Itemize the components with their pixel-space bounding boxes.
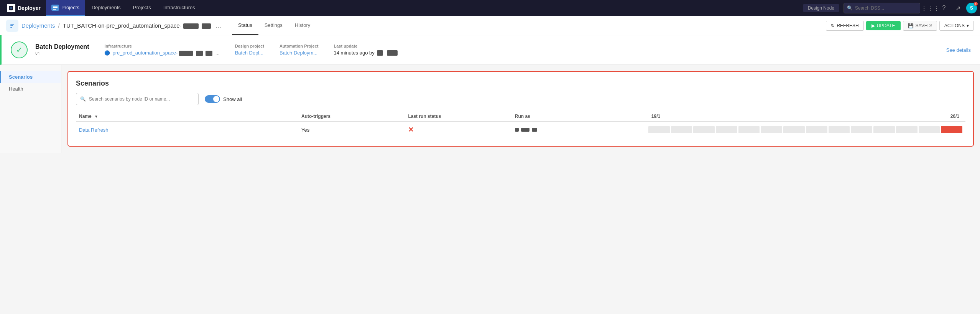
actions-button[interactable]: ACTIONS ▾ <box>939 21 974 31</box>
run-as-cell <box>512 122 645 138</box>
col-header-status[interactable]: Last run status <box>405 111 511 122</box>
date-label-2: 26/1 <box>950 114 959 119</box>
col-header-name[interactable]: Name ▼ <box>76 111 298 122</box>
col-header-triggers[interactable]: Auto-triggers <box>298 111 405 122</box>
status-circle: ✓ <box>11 41 28 58</box>
redacted-1 <box>183 23 199 29</box>
last-run-status-cell: ✕ <box>405 122 511 138</box>
chart-col-10 <box>851 126 872 133</box>
scenarios-search-icon: 🔍 <box>80 96 86 102</box>
automation-project-link[interactable]: Batch Deploym... <box>280 50 317 56</box>
svg-rect-4 <box>10 24 14 25</box>
breadcrumb-current: TUT_BATCH-on-pre_prod_automation_space- <box>63 22 211 29</box>
chart-col-9 <box>829 126 850 133</box>
nav-projects-link[interactable]: Projects <box>128 0 156 16</box>
avatar[interactable]: S 1 <box>966 3 977 13</box>
redacted-user-1 <box>377 50 383 56</box>
scenarios-table: Name ▼ Auto-triggers Last run status Run… <box>76 111 965 138</box>
content-area: Scenarios 🔍 Show all <box>61 65 980 153</box>
last-update-value: 14 minutes ago by <box>334 50 398 56</box>
scenarios-panel: Scenarios 🔍 Show all <box>67 71 974 147</box>
play-icon: ▶ <box>871 23 875 28</box>
chart-cell <box>645 122 965 138</box>
automation-project-meta: Automation Project Batch Deploym... <box>280 44 318 56</box>
global-search[interactable]: 🔍 <box>844 3 920 13</box>
redacted-infra-2 <box>196 51 203 56</box>
svg-rect-1 <box>53 7 58 8</box>
redacted-infra-3 <box>206 51 212 56</box>
automation-project-value: Batch Deploym... <box>280 50 318 56</box>
design-node-label: Design Node <box>803 4 839 12</box>
chart-col-6 <box>761 126 782 133</box>
nav-deployments[interactable]: Deployments <box>86 0 126 16</box>
run-block-3 <box>532 128 537 132</box>
chart-col-error <box>941 126 962 133</box>
grid-icon[interactable]: ⋮⋮⋮ <box>925 3 936 13</box>
col-header-runas[interactable]: Run as <box>512 111 645 122</box>
scenarios-search-input[interactable] <box>89 96 194 102</box>
deployment-icon <box>6 20 18 32</box>
chart-col-4 <box>716 126 737 133</box>
sidebar-item-scenarios[interactable]: Scenarios <box>0 71 61 83</box>
top-navigation: Deployer Projects Deployments Projects I… <box>0 0 980 16</box>
notification-badge: 1 <box>974 2 978 6</box>
notifications-icon[interactable]: ↗ <box>952 3 963 13</box>
infra-meta: Infrastructure 🔵 pre_prod_automation_spa… <box>104 44 219 56</box>
tab-navigation: Status Settings History <box>232 16 316 35</box>
error-icon: ✕ <box>408 126 414 134</box>
search-input[interactable] <box>855 5 917 11</box>
chart-col-3 <box>693 126 715 133</box>
deployment-header: ✓ Batch Deployment v1 Infrastructure 🔵 p… <box>0 35 980 65</box>
help-icon[interactable]: ? <box>939 3 949 13</box>
redacted-infra-1 <box>179 51 193 56</box>
sidebar-item-health[interactable]: Health <box>0 83 61 95</box>
scenario-link[interactable]: Data Refresh <box>79 127 109 133</box>
more-options-icon[interactable]: ... <box>215 21 221 30</box>
nav-projects[interactable]: Projects <box>46 0 85 16</box>
breadcrumb-separator: / <box>58 22 60 29</box>
refresh-button[interactable]: ↻ REFRESH <box>826 21 863 31</box>
show-all-toggle[interactable] <box>205 95 220 103</box>
deployment-title: Batch Deployment <box>35 43 89 50</box>
deployment-title-group: Batch Deployment v1 <box>35 43 89 56</box>
sidebar: Scenarios Health <box>0 65 61 153</box>
sort-arrow: ▼ <box>94 114 98 119</box>
chart-col-1 <box>648 126 670 133</box>
see-details-link[interactable]: See details <box>946 47 971 53</box>
breadcrumb-bar: Deployments / TUT_BATCH-on-pre_prod_auto… <box>0 16 980 35</box>
chart-col-5 <box>738 126 760 133</box>
app-logo[interactable]: Deployer <box>3 4 44 12</box>
save-icon: 💾 <box>908 23 914 28</box>
update-button[interactable]: ▶ UPDATE <box>866 21 901 30</box>
breadcrumb-deployments[interactable]: Deployments <box>21 22 55 29</box>
svg-rect-5 <box>10 25 13 26</box>
last-update-meta: Last update 14 minutes ago by <box>334 44 398 56</box>
design-project-link[interactable]: Batch Depl... <box>235 50 263 56</box>
saved-button[interactable]: 💾 SAVED! <box>903 21 937 31</box>
run-block-1 <box>515 128 519 132</box>
scenario-name-cell: Data Refresh <box>76 122 298 138</box>
tab-history[interactable]: History <box>289 16 316 35</box>
refresh-icon: ↻ <box>831 23 835 28</box>
last-update-label: Last update <box>334 44 398 48</box>
run-as-blocks <box>515 128 642 132</box>
tab-settings[interactable]: Settings <box>258 16 289 35</box>
chevron-down-icon: ▾ <box>967 23 969 28</box>
scenarios-search-box[interactable]: 🔍 <box>76 93 199 105</box>
search-icon: 🔍 <box>847 5 853 11</box>
auto-triggers-cell: Yes <box>298 122 405 138</box>
table-header-row: Name ▼ Auto-triggers Last run status Run… <box>76 111 965 122</box>
infra-value: 🔵 pre_prod_automation_space- ... <box>104 50 219 56</box>
nav-infrastructures[interactable]: Infrastructures <box>158 0 201 16</box>
chart-col-2 <box>671 126 692 133</box>
action-buttons: ↻ REFRESH ▶ UPDATE 💾 SAVED! ACTIONS ▾ <box>826 21 974 31</box>
date-label-1: 19/1 <box>651 114 660 119</box>
nav-icon-group: ⋮⋮⋮ ? ↗ S 1 <box>925 3 977 13</box>
logo-icon <box>7 4 15 12</box>
show-all-toggle-row: Show all <box>205 95 242 103</box>
scenarios-title: Scenarios <box>76 79 965 88</box>
app-name: Deployer <box>18 5 41 11</box>
infra-link[interactable]: pre_prod_automation_space- ... <box>112 50 219 56</box>
tab-status[interactable]: Status <box>232 16 258 35</box>
design-project-value: Batch Depl... <box>235 50 264 56</box>
